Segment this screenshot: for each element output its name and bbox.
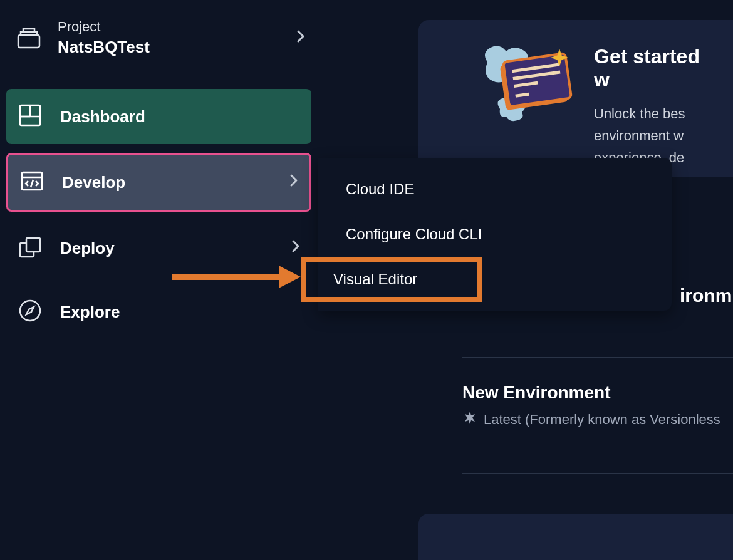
divider	[462, 473, 733, 474]
environment-version: Latest (Formerly known as Versionless	[462, 410, 733, 429]
project-name: NatsBQTest	[58, 38, 296, 57]
environment-card[interactable]: New Environment Latest (Formerly known a…	[462, 357, 733, 429]
menu-item-cloud-cli[interactable]: Configure Cloud CLI	[318, 212, 672, 257]
project-icon	[16, 24, 42, 53]
main-content: Get started w Unlock the bes environment…	[318, 0, 733, 560]
develop-submenu: Cloud IDE Configure Cloud CLI Visual Edi…	[318, 158, 672, 311]
project-selector[interactable]: Project NatsBQTest	[0, 0, 318, 76]
nav-item-develop[interactable]: Develop	[6, 153, 311, 212]
svg-rect-2	[22, 172, 42, 190]
bottom-card	[418, 514, 733, 560]
menu-item-visual-editor[interactable]: Visual Editor	[301, 257, 482, 302]
get-started-card: Get started w Unlock the bes environment…	[418, 20, 733, 177]
nav-label-dashboard: Dashboard	[60, 107, 300, 127]
environment-version-text: Latest (Formerly known as Versionless	[484, 412, 720, 428]
explore-icon	[18, 298, 43, 326]
chevron-right-icon	[289, 174, 298, 191]
dashboard-icon	[18, 103, 43, 130]
nav-label-explore: Explore	[60, 303, 300, 322]
nav-label-develop: Develop	[62, 173, 289, 192]
project-text: Project NatsBQTest	[58, 19, 296, 57]
nav-item-dashboard[interactable]: Dashboard	[6, 89, 311, 144]
menu-item-cloud-ide[interactable]: Cloud IDE	[318, 167, 672, 212]
svg-rect-3	[26, 238, 40, 252]
card-illustration	[469, 40, 578, 137]
card-title: Get started w	[594, 45, 708, 91]
svg-point-4	[20, 301, 40, 321]
project-label: Project	[58, 19, 296, 35]
section-header-text: ironm	[680, 285, 732, 306]
environment-name: New Environment	[462, 383, 733, 403]
card-content: Get started w Unlock the bes environment…	[594, 45, 708, 169]
nav-item-explore[interactable]: Explore	[6, 284, 311, 340]
nav-label-deploy: Deploy	[60, 239, 291, 258]
nav-list: Dashboard Develop	[0, 76, 318, 361]
deploy-icon	[18, 234, 43, 262]
svg-rect-0	[18, 35, 39, 48]
develop-icon	[19, 169, 44, 196]
chevron-right-icon	[291, 239, 300, 257]
chevron-right-icon	[296, 29, 305, 47]
version-icon	[462, 410, 477, 429]
arrow-annotation	[172, 264, 304, 292]
